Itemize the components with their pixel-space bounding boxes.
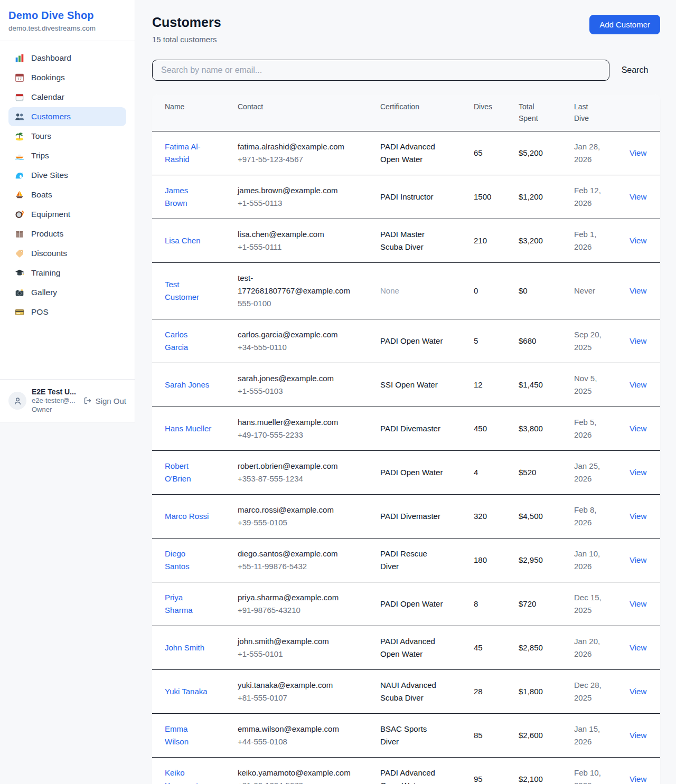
view-link[interactable]: View [630,424,646,433]
customer-email: test-1772681807767@example.com [238,272,351,297]
sidebar-nav: Dashboard 17 Bookings Calendar Customers… [0,41,135,379]
view-link[interactable]: View [630,236,646,245]
customer-certification: SSI Open Water [380,379,438,391]
customer-name-link[interactable]: Emma Wilson [165,723,212,748]
customer-certification: BSAC Sports Diver [380,723,444,748]
customer-total-spent: $720 [519,599,536,608]
customer-name-link[interactable]: Marco Rossi [165,510,209,523]
view-link[interactable]: View [630,468,646,477]
column-header-name: Name [152,95,231,131]
sidebar-item-training[interactable]: Training [8,263,126,282]
sidebar-item-trips[interactable]: Trips [8,146,126,165]
page-header: Customers 15 total customers Add Custome… [152,15,660,44]
customers-table-body: Fatima Al-Rashid fatima.alrashid@example… [152,131,660,784]
wave-icon [15,171,24,180]
customer-phone: +49-170-555-2233 [238,430,303,439]
sidebar-item-boats[interactable]: Boats [8,185,126,204]
customer-name-link[interactable]: Priya Sharma [165,591,212,617]
column-header-dives: Dives [467,95,512,131]
customer-total-spent: $1,200 [519,192,543,201]
customer-dives: 0 [474,286,478,295]
customer-dives: 28 [474,687,483,696]
sidebar-item-equipment[interactable]: Equipment [8,205,126,224]
table-row: Emma Wilson emma.wilson@example.com +44-… [152,714,660,758]
sidebar-item-label: Tours [31,131,51,141]
customer-phone: +971-55-123-4567 [238,155,303,164]
customer-name-link[interactable]: Diego Santos [165,547,212,573]
people-icon [15,112,24,121]
table-row: Sarah Jones sarah.jones@example.com +1-5… [152,363,660,407]
sidebar-item-products[interactable]: Products [8,224,126,243]
customer-certification: PADI Open Water [380,466,443,479]
customer-dives: 95 [474,774,483,783]
user-section: E2E Test U... e2e-tester@... Owner Sign … [0,379,135,422]
view-link[interactable]: View [630,687,646,696]
person-icon [13,396,22,405]
search-button[interactable]: Search [609,65,660,75]
customer-phone: 555-0100 [238,299,271,308]
sidebar-item-dive-sites[interactable]: Dive Sites [8,166,126,185]
table-row: Fatima Al-Rashid fatima.alrashid@example… [152,131,660,175]
customer-certification: None [380,285,399,297]
customer-name-link[interactable]: Sarah Jones [165,379,209,391]
customer-certification: PADI Master Scuba Diver [380,228,444,253]
sidebar-item-bookings[interactable]: 17 Bookings [8,68,126,87]
sign-out-button[interactable]: Sign Out [83,396,126,405]
view-link[interactable]: View [630,336,646,345]
customer-dives: 180 [474,555,487,564]
sidebar-item-customers[interactable]: Customers [8,107,126,126]
sidebar-item-label: Products [31,229,63,239]
sidebar: Demo Dive Shop demo.test.divestreams.com… [0,0,135,422]
customer-name-link[interactable]: Yuki Tanaka [165,685,208,698]
customer-total-spent: $680 [519,336,536,345]
sidebar-item-tours[interactable]: Tours [8,127,126,146]
customer-last-dive: Feb 12, 2026 [574,184,607,210]
customer-last-dive: Feb 5, 2026 [574,416,607,441]
customer-certification: NAUI Advanced Scuba Diver [380,679,444,704]
customer-name-link[interactable]: James Brown [165,184,212,210]
user-email: e2e-tester@... [32,396,76,405]
view-link[interactable]: View [630,599,646,608]
search-input[interactable] [152,60,609,81]
view-link[interactable]: View [630,512,646,521]
sidebar-item-calendar[interactable]: Calendar [8,88,126,107]
view-link[interactable]: View [630,148,646,157]
sailboat-icon [15,190,24,200]
view-link[interactable]: View [630,286,646,295]
customer-phone: +34-555-0110 [238,343,287,352]
view-link[interactable]: View [630,555,646,564]
sidebar-item-gallery[interactable]: Gallery [8,283,126,302]
customer-name-link[interactable]: Hans Mueller [165,422,211,435]
sidebar-item-label: Gallery [31,288,57,297]
add-customer-button[interactable]: Add Customer [589,15,660,34]
sidebar-item-discounts[interactable]: Discounts [8,244,126,263]
view-link[interactable]: View [630,380,646,389]
column-header-contact: Contact [231,95,374,131]
customer-name-link[interactable]: John Smith [165,641,204,654]
sign-out-label: Sign Out [96,396,126,405]
calendar-date-icon: 17 [15,73,24,82]
customer-total-spent: $2,850 [519,643,543,652]
customer-total-spent: $3,200 [519,236,543,245]
view-link[interactable]: View [630,643,646,652]
customer-phone: +81-90-1234-5678 [238,781,303,784]
customer-name-link[interactable]: Robert O'Brien [165,460,212,485]
sidebar-item-pos[interactable]: POS [8,303,126,322]
customer-email: yuki.tanaka@example.com [238,679,333,692]
view-link[interactable]: View [630,774,646,783]
customer-name-link[interactable]: Carlos Garcia [165,328,212,354]
customer-total-spent: $2,100 [519,774,543,783]
customer-name-link[interactable]: Keiko Yamamoto [165,767,212,784]
customer-total-spent: $0 [519,286,528,295]
sidebar-item-dashboard[interactable]: Dashboard [8,49,126,68]
customer-total-spent: $2,600 [519,731,543,740]
customer-name-link[interactable]: Fatima Al-Rashid [165,140,212,166]
customer-name-link[interactable]: Lisa Chen [165,234,201,247]
customer-phone: +1-555-0113 [238,199,282,207]
sidebar-item-label: Bookings [31,73,65,82]
customer-total-spent: $2,950 [519,555,543,564]
view-link[interactable]: View [630,192,646,201]
customer-name-link[interactable]: Test Customer [165,278,212,304]
customer-certification: PADI Open Water [380,335,443,347]
view-link[interactable]: View [630,731,646,740]
